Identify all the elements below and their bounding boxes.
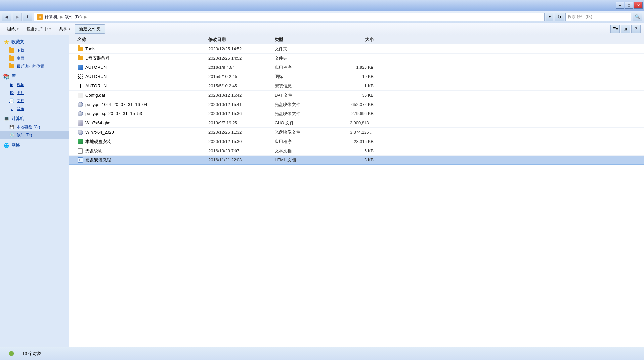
col-header-type[interactable]: 类型 [275, 37, 334, 43]
file-rows-container: Tools 2020/12/25 14:52 文件夹 U盘安装教程 2020/1… [69, 44, 644, 165]
table-row[interactable]: 本地硬盘安装 2020/10/12 15:30 应用程序 28,315 KB [69, 137, 644, 146]
path-computer[interactable]: 计算机 [45, 14, 58, 20]
file-icon-tools [77, 46, 83, 52]
include-library-button[interactable]: 包含到库中 ▾ [23, 24, 55, 34]
col-header-name[interactable]: 名称 [69, 37, 208, 43]
file-icon-hdd-install: H [77, 157, 83, 163]
refresh-button[interactable]: ↻ [555, 13, 564, 21]
file-date-autorun3: 2015/5/10 2:45 [208, 83, 275, 88]
drive-d-icon: 💿 [9, 132, 15, 138]
network-label: 网络 [11, 142, 20, 148]
table-row[interactable]: U盘安装教程 2020/12/25 14:52 文件夹 [69, 54, 644, 63]
file-type-autorun2: 图标 [275, 74, 334, 80]
sidebar-item-recent[interactable]: 最近访问的位置 [0, 62, 69, 70]
file-type-win7x64-2020: 光盘映像文件 [275, 129, 334, 135]
search-button[interactable]: 🔍 [633, 13, 642, 21]
sidebar-item-doc[interactable]: 📄 文档 [0, 97, 69, 105]
file-type-disc-note: 文本文档 [275, 148, 334, 154]
table-row[interactable]: Config.dat 2020/10/12 15:42 DAT 文件 36 KB [69, 91, 644, 100]
address-bar: ◀ ▶ ⬆ 🖥 计算机 ▶ 软件 (D:) ▶ ▾ ↻ 搜索 软件 (D:) 🔍 [0, 11, 644, 23]
table-row[interactable]: pe_yqs_xp_20_07_31_15_53 2020/10/12 15:3… [69, 109, 644, 118]
sidebar-section-favorites: ★ 收藏夹 下载 桌面 最近访问的位置 [0, 38, 69, 70]
network-icon: 🌐 [3, 142, 9, 148]
favorites-label: 收藏夹 [11, 39, 24, 45]
file-type-autorun1: 应用程序 [275, 65, 334, 70]
file-date-local-install: 2020/10/12 15:30 [208, 139, 275, 144]
sidebar-item-image[interactable]: 🖼 图片 [0, 89, 69, 97]
table-row[interactable]: Win7x64_2020 2020/12/25 11:32 光盘映像文件 3,8… [69, 128, 644, 137]
back-button[interactable]: ◀ [2, 13, 11, 21]
downloads-label: 下载 [17, 48, 24, 53]
file-icon-autorun2: 🖼 [77, 74, 83, 80]
table-row[interactable]: ℹ AUTORUN 2015/5/10 2:45 安装信息 1 KB [69, 81, 644, 91]
status-count: 13 个对象 [22, 351, 41, 357]
recent-label: 最近访问的位置 [17, 64, 44, 69]
video-label: 视频 [17, 82, 24, 88]
file-type-pe-yqs-1064: 光盘映像文件 [275, 102, 334, 108]
new-folder-button[interactable]: 新建文件夹 [75, 24, 105, 34]
doc-label: 文档 [17, 98, 24, 104]
file-name-pe-yqs-1064: pe_yqs_1064_20_07_31_16_04 [85, 102, 147, 107]
toolbar-right: ☰▾ ⊞ ? [610, 25, 641, 33]
file-name-autorun3: AUTORUN [85, 83, 107, 88]
table-row[interactable]: 光盘说明 2016/10/23 7:07 文本文档 5 KB [69, 146, 644, 156]
file-name-win7x64-2020: Win7x64_2020 [85, 130, 114, 135]
table-row[interactable]: 🖼 AUTORUN 2015/5/10 2:45 图标 10 KB [69, 72, 644, 81]
sidebar-item-drive-c[interactable]: 💾 本地磁盘 (C:) [0, 123, 69, 131]
minimize-button[interactable]: ─ [616, 2, 624, 9]
details-view-button[interactable]: ⊞ [621, 25, 630, 33]
music-icon: ♪ [9, 106, 15, 112]
table-row[interactable]: AUTORUN 2016/1/8 4:54 应用程序 1,926 KB [69, 63, 644, 72]
forward-button[interactable]: ▶ [13, 13, 22, 21]
file-size-win7x64-2020: 3,874,126 ... [334, 130, 380, 135]
sidebar-section-network-header[interactable]: 🌐 网络 [0, 141, 69, 150]
table-row[interactable]: Win7x64.gho 2019/9/7 19:25 GHO 文件 2,900,… [69, 118, 644, 128]
close-button[interactable]: ✕ [634, 2, 643, 9]
path-sep-1: ▶ [60, 14, 63, 19]
sidebar-item-drive-d[interactable]: 💿 软件 (D:) [0, 131, 69, 139]
file-icon-win7x64-gho [77, 120, 83, 126]
image-icon: 🖼 [9, 90, 15, 96]
view-button[interactable]: ☰▾ [610, 25, 620, 33]
sidebar-section-computer-header[interactable]: 💻 计算机 [0, 114, 69, 123]
file-size-configdat: 36 KB [334, 93, 380, 98]
doc-icon: 📄 [9, 98, 15, 104]
status-app-icon: 🟢 [5, 348, 17, 360]
file-size-hdd-install: 3 KB [334, 158, 380, 162]
video-icon: ▶ [9, 82, 15, 88]
sidebar-item-video[interactable]: ▶ 视频 [0, 81, 69, 89]
share-arrow: ▾ [69, 27, 70, 31]
help-button[interactable]: ? [631, 25, 641, 33]
search-placeholder: 搜索 软件 (D:) [568, 14, 592, 20]
sidebar-section-network: 🌐 网络 [0, 141, 69, 150]
path-drive[interactable]: 软件 (D:) [65, 14, 82, 20]
share-button[interactable]: 共享 ▾ [55, 24, 74, 34]
desktop-icon [9, 55, 15, 61]
music-label: 音乐 [17, 106, 24, 112]
sidebar-item-music[interactable]: ♪ 音乐 [0, 105, 69, 112]
search-box[interactable]: 搜索 软件 (D:) [565, 13, 631, 21]
table-row[interactable]: H 硬盘安装教程 2016/11/21 22:03 HTML 文档 3 KB [69, 156, 644, 165]
computer-icon: 💻 [3, 116, 9, 122]
file-date-pe-yqs-1064: 2020/10/12 15:41 [208, 102, 275, 107]
drive-c-label: 本地磁盘 (C:) [17, 124, 40, 130]
sidebar-section-library-header[interactable]: 📚 库 [0, 72, 69, 81]
file-icon-local-install [77, 139, 83, 145]
sidebar-item-desktop[interactable]: 桌面 [0, 54, 69, 62]
organize-button[interactable]: 组织 ▾ [3, 24, 22, 34]
table-row[interactable]: Tools 2020/12/25 14:52 文件夹 [69, 44, 644, 54]
address-dropdown-button[interactable]: ▾ [546, 13, 553, 21]
file-date-win7x64-gho: 2019/9/7 19:25 [208, 120, 275, 125]
path-icon: 🖥 [37, 14, 43, 20]
sidebar-section-favorites-header[interactable]: ★ 收藏夹 [0, 38, 69, 46]
file-icon-pe-yqs-xp [77, 111, 83, 117]
col-header-date[interactable]: 修改日期 [208, 37, 275, 43]
file-size-autorun3: 1 KB [334, 83, 380, 88]
up-button[interactable]: ⬆ [23, 13, 32, 21]
sidebar-item-downloads[interactable]: 下载 [0, 46, 69, 54]
file-size-win7x64-gho: 2,900,813 ... [334, 120, 380, 125]
col-header-size[interactable]: 大小 [334, 37, 380, 43]
table-row[interactable]: pe_yqs_1064_20_07_31_16_04 2020/10/12 15… [69, 100, 644, 109]
maximize-button[interactable]: □ [625, 2, 633, 9]
drive-c-icon: 💾 [9, 124, 15, 130]
